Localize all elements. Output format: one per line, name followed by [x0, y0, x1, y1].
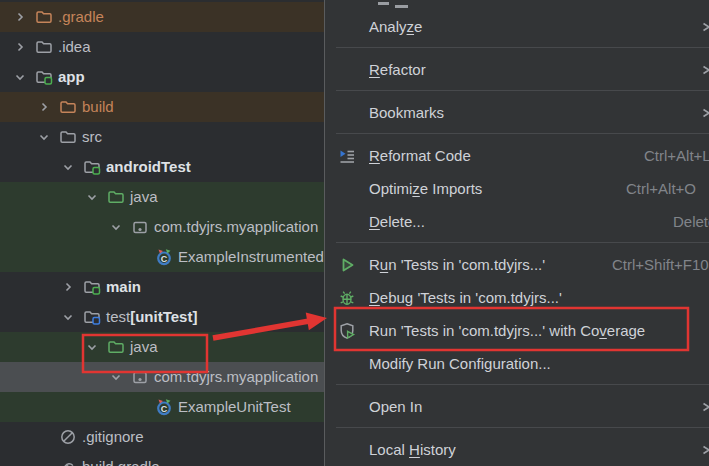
ide-screenshot: .gradle.ideaappbuildsrcandroidTestjavaco… [0, 0, 709, 466]
tree-row-com-tdyjrs-myapplication[interactable]: com.tdyjrs.myapplication [0, 212, 324, 242]
chevron-right-icon[interactable] [62, 281, 83, 293]
menu-separator [325, 43, 709, 53]
menu-icon-spacer [337, 213, 357, 231]
folder-icon [59, 128, 77, 146]
chevron-down-icon[interactable] [14, 71, 35, 83]
gradle-file-icon [59, 458, 77, 466]
menu-item-modify-run-configuration[interactable]: Modify Run Configuration... [325, 347, 709, 380]
menu-separator [325, 238, 709, 248]
tree-row-label: ExampleInstrumentedTest [178, 242, 324, 272]
chevron-right-icon[interactable] [14, 41, 35, 53]
menu-item-local-history[interactable]: Local History [325, 433, 709, 466]
tree-row-app[interactable]: app [0, 62, 324, 92]
run-icon [337, 256, 357, 274]
tree-row-label: com.tdyjrs.myapplication [154, 362, 318, 392]
menu-icon-spacer [337, 104, 357, 122]
tree-row-label: java [130, 182, 158, 212]
tree-row-label: app [58, 62, 85, 92]
tree-row-main[interactable]: main [0, 272, 324, 302]
tree-row-java[interactable]: java [0, 332, 324, 362]
submenu-arrow-icon [701, 444, 709, 456]
menu-item-run-tests-in-com-tdyjrs[interactable]: Run 'Tests in 'com.tdyjrs...'Ctrl+Shift+… [325, 248, 709, 281]
menu-item-label: Analyze [369, 18, 422, 35]
tree-row-src[interactable]: src [0, 122, 324, 152]
menu-separator [325, 380, 709, 390]
tree-row-test-unittest[interactable]: test [unitTest] [0, 302, 324, 332]
tree-row-label: src [82, 122, 102, 152]
menu-icon-spacer [337, 441, 357, 459]
chevron-down-icon[interactable] [62, 161, 83, 173]
menu-item-delete[interactable]: Delete...Delete [325, 205, 709, 238]
menu-item-reformat-code[interactable]: Reformat CodeCtrl+Alt+L [325, 139, 709, 172]
tree-row-label: java [130, 332, 158, 362]
menu-icon-spacer [337, 61, 357, 79]
chevron-down-icon[interactable] [86, 191, 107, 203]
menu-item-label: Debug 'Tests in 'com.tdyjrs...' [369, 289, 562, 306]
menu-separator [325, 86, 709, 96]
chevron-right-icon[interactable] [14, 11, 35, 23]
tree-row-gitignore[interactable]: .gitignore [0, 422, 324, 452]
tree-row-label: test [106, 302, 130, 332]
reformat-code-icon [337, 147, 357, 165]
menu-item-shortcut: Ctrl+Alt+L [644, 139, 709, 172]
submenu-arrow-icon [701, 64, 709, 76]
menu-item-label: Run 'Tests in 'com.tdyjrs...' with Cover… [369, 322, 645, 339]
clipped-menu-item-fragment [325, 0, 709, 10]
folder-icon [107, 188, 125, 206]
menu-item-label: Bookmarks [369, 104, 444, 121]
tree-row-com-tdyjrs-myapplication[interactable]: com.tdyjrs.myapplication [0, 362, 324, 392]
tree-row-build-gradle[interactable]: build.gradle [0, 452, 324, 466]
debug-icon [337, 289, 357, 307]
menu-item-refactor[interactable]: Refactor [325, 53, 709, 86]
tree-row-java[interactable]: java [0, 182, 324, 212]
tree-row-label: build.gradle [82, 452, 160, 466]
tree-row-label: build [82, 92, 114, 122]
menu-item-bookmarks[interactable]: Bookmarks [325, 96, 709, 129]
module-folder-icon [83, 308, 101, 326]
chevron-right-icon[interactable] [38, 101, 59, 113]
tree-row-label: .gitignore [82, 422, 144, 452]
menu-icon-spacer [337, 18, 357, 36]
chevron-down-icon[interactable] [62, 311, 83, 323]
menu-item-shortcut: Ctrl+Alt+O [626, 172, 696, 205]
chevron-down-icon[interactable] [110, 221, 131, 233]
menu-item-label: Refactor [369, 61, 426, 78]
tree-row-androidtest[interactable]: androidTest [0, 152, 324, 182]
menu-item-label: Run 'Tests in 'com.tdyjrs...' [369, 256, 545, 273]
ignored-file-icon [59, 428, 77, 446]
menu-separator [325, 423, 709, 433]
tree-row-label-suffix: [unitTest] [130, 302, 197, 332]
tree-row-gradle[interactable]: .gradle [0, 2, 324, 32]
menu-item-label: Reformat Code [369, 147, 471, 164]
test-class-icon: C [155, 248, 173, 266]
menu-item-optimize-imports[interactable]: Optimize ImportsCtrl+Alt+O [325, 172, 709, 205]
submenu-arrow-icon [701, 21, 709, 33]
folder-icon [35, 8, 53, 26]
menu-item-label: Local History [369, 441, 456, 458]
chevron-down-icon[interactable] [110, 371, 131, 383]
chevron-down-icon[interactable] [38, 131, 59, 143]
tree-row-build[interactable]: build [0, 92, 324, 122]
tree-row-label: com.tdyjrs.myapplication [154, 212, 318, 242]
menu-separator [325, 129, 709, 139]
tree-row-exampleinstrumentedtest[interactable]: CExampleInstrumentedTest [0, 242, 324, 272]
svg-text:C: C [161, 254, 168, 264]
chevron-down-icon[interactable] [86, 341, 107, 353]
package-icon [131, 218, 149, 236]
menu-icon-spacer [337, 180, 357, 198]
context-menu: AnalyzeRefactorBookmarksReformat CodeCtr… [324, 0, 709, 466]
tree-row-label: androidTest [106, 152, 191, 182]
menu-icon-spacer [337, 398, 357, 416]
menu-item-label: Open In [369, 398, 422, 415]
module-folder-icon [83, 158, 101, 176]
module-folder-icon [35, 68, 53, 86]
tree-row-label: main [106, 272, 141, 302]
submenu-arrow-icon [701, 401, 709, 413]
menu-item-analyze[interactable]: Analyze [325, 10, 709, 43]
tree-row-exampleunittest[interactable]: CExampleUnitTest [0, 392, 324, 422]
folder-icon [107, 338, 125, 356]
menu-item-open-in[interactable]: Open In [325, 390, 709, 423]
menu-item-run-tests-in-com-tdyjrs-with-coverage[interactable]: Run 'Tests in 'com.tdyjrs...' with Cover… [325, 314, 709, 347]
tree-row-idea[interactable]: .idea [0, 32, 324, 62]
menu-item-debug-tests-in-com-tdyjrs[interactable]: Debug 'Tests in 'com.tdyjrs...' [325, 281, 709, 314]
